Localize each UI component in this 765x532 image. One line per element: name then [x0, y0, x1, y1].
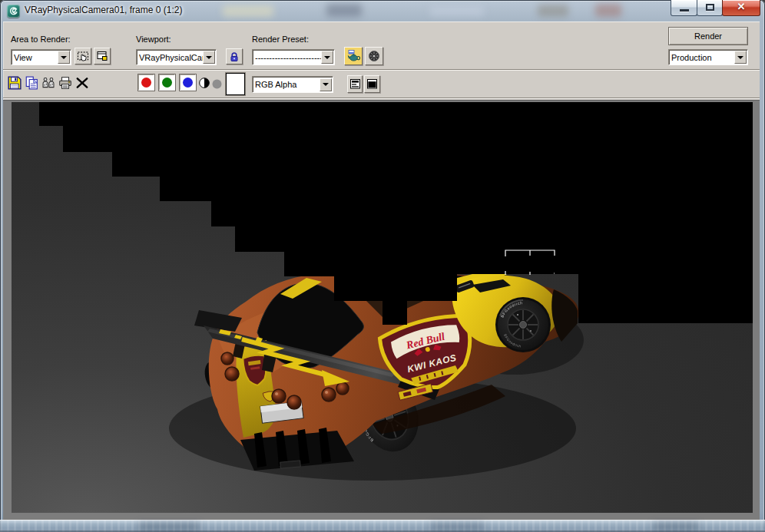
green-channel-icon [162, 78, 172, 88]
minimize-icon [680, 9, 689, 12]
front-wheel: BFGoodrich BFGoodrich [498, 299, 548, 350]
combo-arrow-button[interactable] [58, 51, 70, 64]
copy-image-button[interactable] [25, 76, 38, 93]
monochrome-icon [198, 77, 210, 89]
clone-rendered-frame-button[interactable] [41, 76, 55, 93]
monochrome-toggle[interactable] [198, 77, 210, 92]
glass-reflection [326, 4, 362, 17]
maximize-icon [706, 4, 714, 11]
ui-overlays-icon [349, 78, 361, 90]
glass-reflection [223, 5, 273, 17]
combo-arrow-button[interactable] [320, 78, 332, 91]
chevron-down-icon [61, 56, 67, 59]
edit-region-button[interactable] [75, 48, 91, 64]
blue-channel-icon [183, 78, 193, 88]
app-icon [7, 5, 20, 18]
render-preset-value: ------------------------- [253, 53, 321, 62]
channel-green-button[interactable] [158, 74, 176, 91]
window-bottom-frame [0, 520, 765, 532]
print-icon [58, 76, 72, 90]
background-color-swatch[interactable] [226, 73, 245, 95]
toggle-ui-overlays-button[interactable] [347, 75, 363, 93]
combo-arrow-button[interactable] [321, 51, 333, 64]
chevron-down-icon [737, 56, 743, 59]
render-button[interactable]: Render [668, 27, 748, 45]
3ds-max-logo-icon [8, 5, 19, 17]
toolbar-separator [3, 97, 760, 99]
clone-icon [41, 76, 55, 90]
copy-icon [25, 76, 38, 90]
render-mode-select[interactable]: Production [668, 49, 748, 65]
maximize-button[interactable] [697, 0, 723, 16]
client-area: Area to Render: View Viewport: VRayPhysi… [3, 21, 760, 520]
alpha-icon [212, 79, 222, 89]
render-preset-label: Render Preset: [252, 35, 309, 44]
channel-red-button[interactable] [137, 74, 155, 91]
auto-region-button[interactable] [94, 48, 111, 64]
combo-arrow-button[interactable] [734, 51, 747, 64]
area-to-render-label: Area to Render: [11, 35, 71, 44]
render-output: BFGoodrich [12, 102, 753, 513]
close-button[interactable]: ✕ [722, 0, 760, 16]
viewport-label: Viewport: [136, 35, 171, 44]
glass-reflection [538, 5, 568, 17]
titlebar[interactable]: VRayPhysicalCamera01, frame 0 (1:2) ✕ [0, 0, 765, 21]
toggle-ui-button[interactable] [364, 75, 380, 93]
auto-region-icon [96, 50, 108, 62]
print-image-button[interactable] [58, 76, 72, 93]
glass-reflection [595, 4, 621, 17]
viewport-lock-button[interactable] [226, 48, 243, 64]
render-panel: BFGoodrich [3, 100, 760, 520]
glass-reflection [653, 523, 699, 530]
combo-arrow-button[interactable] [203, 51, 215, 64]
toolbar-separator [3, 69, 760, 71]
chevron-down-icon [206, 56, 212, 59]
clear-x-icon [75, 76, 89, 90]
glass-reflection [138, 523, 200, 530]
channel-blue-button[interactable] [179, 74, 197, 91]
window-title: VRayPhysicalCamera01, frame 0 (1:2) [25, 0, 182, 21]
glass-reflection [430, 523, 484, 530]
glass-reflection [430, 6, 484, 16]
render-preset-select[interactable]: ------------------------- [252, 49, 335, 65]
minimize-button[interactable] [671, 0, 697, 16]
chevron-down-icon [323, 83, 329, 86]
area-to-render-select[interactable]: View [11, 49, 71, 65]
render-frame-window: VRayPhysicalCamera01, frame 0 (1:2) ✕ Ar… [0, 0, 765, 532]
render-setup-button[interactable] [344, 47, 363, 65]
ui-icon [366, 78, 378, 90]
environment-icon [367, 49, 381, 63]
viewport-value: VRayPhysicalCam [137, 53, 203, 62]
render-setup-teapot-icon [346, 49, 360, 63]
unrendered-bucket [382, 298, 407, 325]
red-channel-icon [141, 78, 151, 88]
render-mode-value: Production [669, 53, 734, 62]
lock-icon [228, 51, 240, 63]
render-button-label: Render [694, 31, 722, 41]
area-to-render-value: View [12, 53, 58, 62]
chevron-down-icon [324, 56, 330, 59]
environment-dialog-button[interactable] [365, 47, 383, 65]
save-icon [8, 76, 22, 90]
viewport-select[interactable]: VRayPhysicalCam [136, 49, 217, 65]
display-mode-select[interactable]: RGB Alpha [252, 76, 333, 93]
rendered-frame[interactable]: BFGoodrich [12, 102, 753, 513]
clear-image-button[interactable] [75, 76, 89, 93]
close-icon: ✕ [723, 1, 760, 12]
display-mode-value: RGB Alpha [253, 80, 320, 89]
edit-region-icon [77, 50, 89, 62]
alpha-toggle[interactable] [212, 78, 222, 92]
save-image-button[interactable] [8, 76, 22, 93]
